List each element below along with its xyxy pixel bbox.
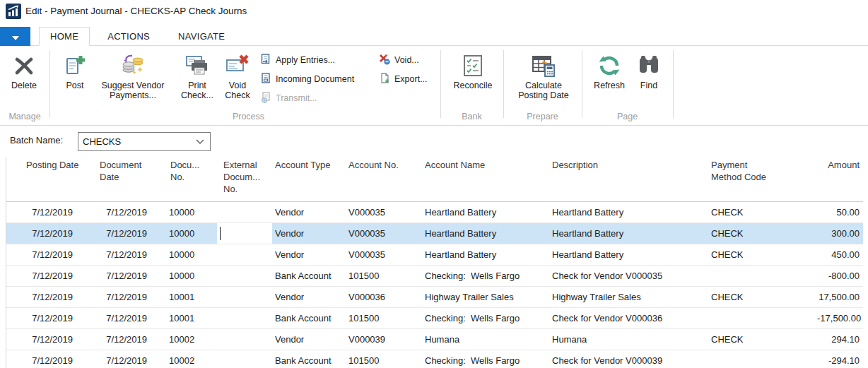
cell-external-document-no[interactable] xyxy=(217,222,272,244)
apply-entries-button[interactable]: Apply Entries... xyxy=(260,52,335,68)
row-gutter[interactable] xyxy=(6,244,19,265)
tab-navigate[interactable]: NAVIGATE xyxy=(168,27,235,45)
suggest-vendor-payments-button[interactable]: Suggest Vendor Payments... xyxy=(90,51,175,100)
cell-description[interactable]: Check for Vendor V000039 xyxy=(549,350,708,368)
column-header-document-no[interactable]: Docu... No. xyxy=(160,157,217,201)
cell-account-no[interactable]: V000036 xyxy=(345,286,421,307)
tab-actions[interactable]: ACTIONS xyxy=(97,27,160,45)
cell-account-name[interactable]: Heartland Battery xyxy=(421,201,549,222)
cell-posting-date[interactable]: 7/12/2019 xyxy=(19,222,90,244)
journal-row[interactable]: 7/12/20197/12/201910000VendorV000035Hear… xyxy=(6,244,863,265)
cell-account-name[interactable]: Checking: Wells Fargo xyxy=(421,265,549,286)
cell-payment-method-code[interactable]: CHECK xyxy=(708,328,817,350)
cell-account-type[interactable]: Bank Account xyxy=(272,265,345,286)
journal-row[interactable]: 7/12/20197/12/201910002Bank Account10150… xyxy=(6,350,863,368)
cell-account-type[interactable]: Vendor xyxy=(272,328,345,350)
journal-row[interactable]: 7/12/20197/12/201910000VendorV000035Hear… xyxy=(6,201,863,222)
column-header-account-no[interactable]: Account No. xyxy=(345,157,421,201)
reconcile-button[interactable]: Reconcile xyxy=(447,51,498,90)
post-button[interactable]: Post xyxy=(59,51,90,90)
column-header-external-document-no[interactable]: External Docum... No. xyxy=(217,157,272,201)
cell-account-no[interactable]: 101500 xyxy=(345,265,421,286)
cell-description[interactable]: Heartland Battery xyxy=(549,222,708,244)
cell-account-no[interactable]: V000035 xyxy=(345,201,421,222)
cell-posting-date[interactable]: 7/12/2019 xyxy=(19,286,90,307)
cell-amount[interactable]: -800.00 xyxy=(817,265,863,286)
row-gutter[interactable] xyxy=(6,265,19,286)
cell-payment-method-code[interactable] xyxy=(708,265,817,286)
cell-account-type[interactable]: Vendor xyxy=(272,244,345,265)
column-header-posting-date[interactable]: Posting Date xyxy=(19,157,90,201)
refresh-button[interactable]: Refresh xyxy=(589,51,630,90)
cell-posting-date[interactable]: 7/12/2019 xyxy=(19,350,90,368)
cell-account-name[interactable]: Heartland Battery xyxy=(421,222,549,244)
cell-account-no[interactable]: V000035 xyxy=(345,244,421,265)
void-button[interactable]: Void... xyxy=(379,52,419,68)
cell-document-no[interactable]: 10001 xyxy=(160,307,217,328)
cell-document-no[interactable]: 10002 xyxy=(160,350,217,368)
cell-posting-date[interactable]: 7/12/2019 xyxy=(19,328,90,350)
cell-document-date[interactable]: 7/12/2019 xyxy=(90,222,160,244)
cell-posting-date[interactable]: 7/12/2019 xyxy=(19,244,90,265)
cell-document-date[interactable]: 7/12/2019 xyxy=(90,350,160,368)
cell-document-no[interactable]: 10000 xyxy=(160,222,217,244)
cell-description[interactable]: Humana xyxy=(549,328,708,350)
row-gutter[interactable] xyxy=(6,201,19,222)
cell-amount[interactable]: -17,500.00 xyxy=(817,307,863,328)
cell-amount[interactable]: -294.10 xyxy=(817,350,863,368)
journal-row[interactable]: 7/12/20197/12/201910000Bank Account10150… xyxy=(6,265,863,286)
journal-row[interactable]: 7/12/20197/12/201910001Bank Account10150… xyxy=(6,307,863,328)
row-gutter[interactable] xyxy=(6,328,19,350)
cell-posting-date[interactable]: 7/12/2019 xyxy=(19,307,90,328)
column-header-payment-method-code[interactable]: Payment Method Code xyxy=(708,157,817,201)
cell-document-no[interactable]: 10001 xyxy=(160,286,217,307)
app-menu-button[interactable] xyxy=(0,27,30,46)
cell-payment-method-code[interactable]: CHECK xyxy=(708,201,817,222)
cell-account-type[interactable]: Bank Account xyxy=(272,350,345,368)
cell-payment-method-code[interactable]: CHECK xyxy=(708,222,817,244)
column-header-document-date[interactable]: Document Date xyxy=(90,157,160,201)
cell-amount[interactable]: 17,500.00 xyxy=(817,286,863,307)
cell-external-document-no[interactable] xyxy=(217,307,272,328)
find-button[interactable]: Find xyxy=(633,51,665,90)
void-check-button[interactable]: Void Check xyxy=(220,51,255,100)
cell-document-no[interactable]: 10000 xyxy=(160,201,217,222)
cell-amount[interactable]: 300.00 xyxy=(817,222,863,244)
journal-row[interactable]: 7/12/20197/12/201910001VendorV000036High… xyxy=(6,286,863,307)
cell-description[interactable]: Heartland Battery xyxy=(549,201,708,222)
row-gutter[interactable] xyxy=(6,307,19,328)
cell-account-name[interactable]: Highway Trailer Sales xyxy=(421,286,549,307)
cell-account-type[interactable]: Vendor xyxy=(272,222,345,244)
column-header-account-name[interactable]: Account Name xyxy=(421,157,549,201)
batch-name-select[interactable]: CHECKS xyxy=(78,132,211,151)
cell-payment-method-code[interactable]: CHECK xyxy=(708,244,817,265)
cell-external-document-no[interactable] xyxy=(217,350,272,368)
print-check-button[interactable]: Print Check... xyxy=(176,51,218,100)
column-header-amount[interactable]: Amount xyxy=(817,157,863,201)
cell-description[interactable]: Check for Vendor V000036 xyxy=(549,307,708,328)
cell-document-date[interactable]: 7/12/2019 xyxy=(90,201,160,222)
cell-document-date[interactable]: 7/12/2019 xyxy=(90,244,160,265)
cell-account-type[interactable]: Bank Account xyxy=(272,307,345,328)
cell-amount[interactable]: 50.00 xyxy=(817,201,863,222)
cell-amount[interactable]: 450.00 xyxy=(817,244,863,265)
cell-description[interactable]: Highway Trailer Sales xyxy=(549,286,708,307)
delete-button[interactable]: Delete xyxy=(4,51,44,90)
cell-external-document-no[interactable] xyxy=(217,286,272,307)
cell-document-date[interactable]: 7/12/2019 xyxy=(90,286,160,307)
calculate-posting-date-button[interactable]: Calculate Posting Date xyxy=(512,51,575,100)
cell-description[interactable]: Check for Vendor V000035 xyxy=(549,265,708,286)
cell-account-name[interactable]: Checking: Wells Fargo xyxy=(421,350,549,368)
cell-payment-method-code[interactable]: CHECK xyxy=(708,286,817,307)
cell-posting-date[interactable]: 7/12/2019 xyxy=(19,201,90,222)
column-header-description[interactable]: Description xyxy=(549,157,708,201)
cell-payment-method-code[interactable] xyxy=(708,307,817,328)
cell-account-type[interactable]: Vendor xyxy=(272,286,345,307)
journal-row[interactable]: 7/12/20197/12/201910000VendorV000035Hear… xyxy=(6,222,863,244)
cell-account-type[interactable]: Vendor xyxy=(272,201,345,222)
cell-external-document-no[interactable] xyxy=(217,265,272,286)
cell-amount[interactable]: 294.10 xyxy=(817,328,863,350)
cell-payment-method-code[interactable] xyxy=(708,350,817,368)
cell-account-no[interactable]: V000039 xyxy=(345,328,421,350)
cell-account-no[interactable]: 101500 xyxy=(345,350,421,368)
